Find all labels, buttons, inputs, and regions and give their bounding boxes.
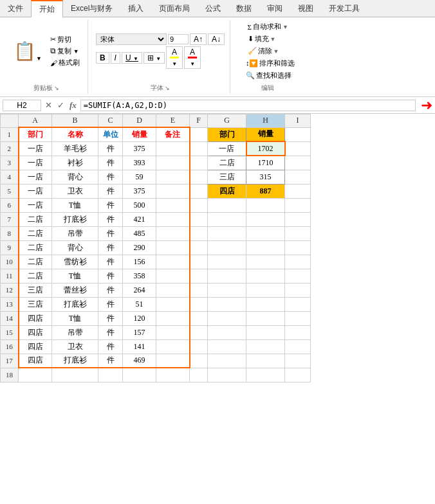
cell-d6[interactable]: 500 — [123, 198, 156, 212]
cell-f16[interactable] — [190, 339, 208, 354]
cell-b14[interactable]: T恤 — [52, 311, 98, 325]
cell-e18[interactable] — [156, 368, 190, 382]
confirm-icon[interactable]: ✓ — [56, 100, 66, 111]
cell-g7[interactable] — [208, 212, 246, 226]
summary-row-2-sales[interactable]: 1710 — [246, 156, 285, 170]
cell-d5[interactable]: 375 — [123, 184, 156, 198]
cell-f8[interactable] — [190, 226, 208, 240]
tab-file[interactable]: 文件 — [0, 0, 31, 17]
col-header-c[interactable]: C — [98, 114, 123, 128]
cell-h7[interactable] — [246, 212, 285, 226]
sort-filter-button[interactable]: ↕🔽 排序和筛选 — [243, 58, 298, 69]
summary-row-4-sales[interactable]: 887 — [246, 184, 285, 198]
cell-d7[interactable]: 421 — [123, 212, 156, 226]
cell-a4[interactable]: 一店 — [19, 170, 52, 184]
font-size-dec-button[interactable]: A↓ — [208, 33, 225, 45]
cell-a11[interactable]: 二店 — [19, 269, 52, 283]
col-header-e[interactable]: E — [156, 114, 190, 128]
font-size-inc-button[interactable]: A↑ — [190, 33, 207, 45]
summary-row-3-dept[interactable]: 三店 — [208, 170, 246, 184]
cell-i16[interactable] — [285, 339, 311, 354]
cell-i13[interactable] — [285, 297, 311, 311]
cell-h14[interactable] — [246, 311, 285, 325]
summary-row-3-sales[interactable]: 315 — [246, 170, 285, 184]
cell-a6[interactable]: 一店 — [19, 198, 52, 212]
cell-g16[interactable] — [208, 339, 246, 354]
cell-e17[interactable] — [156, 354, 190, 368]
cell-d13[interactable]: 51 — [123, 297, 156, 311]
cell-a12[interactable]: 三店 — [19, 283, 52, 297]
cell-e15[interactable] — [156, 325, 190, 339]
cell-i14[interactable] — [285, 311, 311, 325]
cell-g11[interactable] — [208, 269, 246, 283]
cell-f5[interactable] — [190, 184, 208, 198]
cell-i5[interactable] — [285, 184, 311, 198]
cell-a18[interactable] — [19, 368, 52, 382]
cell-i17[interactable] — [285, 354, 311, 368]
cell-reference-box[interactable] — [3, 100, 41, 111]
cell-e3[interactable] — [156, 156, 190, 170]
cell-f7[interactable] — [190, 212, 208, 226]
insert-function-icon[interactable]: fx — [68, 100, 78, 111]
cell-b17[interactable]: 打底衫 — [52, 354, 98, 368]
cell-h18[interactable] — [246, 368, 285, 382]
col-header-a[interactable]: A — [19, 114, 52, 128]
border-button[interactable]: ⊞ ▼ — [143, 52, 165, 64]
cell-h16[interactable] — [246, 339, 285, 354]
cell-f11[interactable] — [190, 269, 208, 283]
cell-g9[interactable] — [208, 240, 246, 255]
format-painter-button[interactable]: 🖌 格式刷 — [48, 57, 82, 68]
cell-c13[interactable]: 件 — [98, 297, 123, 311]
cell-c17[interactable]: 件 — [98, 354, 123, 368]
cell-f13[interactable] — [190, 297, 208, 311]
summary-row-1-sales[interactable]: 1702 — [246, 141, 285, 156]
cell-f18[interactable] — [190, 368, 208, 382]
cell-c2[interactable]: 件 — [98, 141, 123, 156]
cell-i3[interactable] — [285, 156, 311, 170]
cut-button[interactable]: ✂ 剪切 — [48, 34, 82, 45]
tab-data[interactable]: 数据 — [228, 0, 259, 17]
cell-c3[interactable]: 件 — [98, 156, 123, 170]
cell-h10[interactable] — [246, 255, 285, 269]
cell-d11[interactable]: 358 — [123, 269, 156, 283]
cell-e13[interactable] — [156, 297, 190, 311]
cell-d10[interactable]: 156 — [123, 255, 156, 269]
cell-d14[interactable]: 120 — [123, 311, 156, 325]
cell-i15[interactable] — [285, 325, 311, 339]
summary-row-1-dept[interactable]: 一店 — [208, 141, 246, 156]
cell-c6[interactable]: 件 — [98, 198, 123, 212]
font-name-select[interactable]: 宋体 — [96, 33, 167, 45]
cell-i8[interactable] — [285, 226, 311, 240]
header-cell-notes[interactable]: 备注 — [156, 127, 190, 141]
font-color-button[interactable]: A ▼ — [184, 46, 201, 69]
cell-b12[interactable]: 蕾丝衫 — [52, 283, 98, 297]
cell-e7[interactable] — [156, 212, 190, 226]
cell-h9[interactable] — [246, 240, 285, 255]
cell-c9[interactable]: 件 — [98, 240, 123, 255]
cell-i18[interactable] — [285, 368, 311, 382]
tab-developer[interactable]: 开发工具 — [321, 0, 367, 17]
cell-e5[interactable] — [156, 184, 190, 198]
cell-i9[interactable] — [285, 240, 311, 255]
cell-b6[interactable]: T恤 — [52, 198, 98, 212]
cell-a9[interactable]: 二店 — [19, 240, 52, 255]
cell-g15[interactable] — [208, 325, 246, 339]
cell-d8[interactable]: 485 — [123, 226, 156, 240]
tab-view[interactable]: 视图 — [290, 0, 321, 17]
cell-d16[interactable]: 141 — [123, 339, 156, 354]
cell-c4[interactable]: 件 — [98, 170, 123, 184]
cell-b18[interactable] — [52, 368, 98, 382]
bold-button[interactable]: B — [96, 52, 109, 64]
cell-i7[interactable] — [285, 212, 311, 226]
cell-c11[interactable]: 件 — [98, 269, 123, 283]
summary-row-2-dept[interactable]: 二店 — [208, 156, 246, 170]
tab-page-layout[interactable]: 页面布局 — [151, 0, 198, 17]
cell-i2[interactable] — [285, 141, 311, 156]
cell-e10[interactable] — [156, 255, 190, 269]
find-select-button[interactable]: 🔍 查找和选择 — [243, 70, 298, 81]
cell-e14[interactable] — [156, 311, 190, 325]
cell-d17[interactable]: 469 — [123, 354, 156, 368]
cell-e2[interactable] — [156, 141, 190, 156]
tab-excel-finance[interactable]: Excel与财务 — [63, 0, 120, 17]
header-cell-sales[interactable]: 销量 — [123, 127, 156, 141]
